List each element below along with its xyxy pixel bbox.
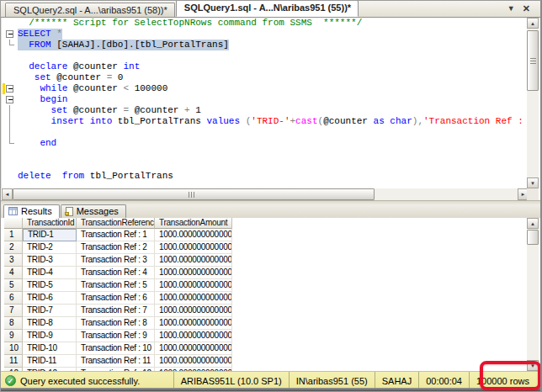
row-number[interactable]: 3 — [4, 254, 23, 267]
grid-cell[interactable]: Transaction Ref : 10 — [77, 342, 155, 355]
row-number[interactable]: 10 — [4, 342, 23, 355]
grid-cell[interactable]: TRID-9 — [23, 330, 77, 342]
scroll-up-icon[interactable]: ▲ — [527, 18, 539, 29]
code-line[interactable]: declare @counter int — [2, 61, 529, 72]
grid-cell[interactable]: Transaction Ref : 6 — [77, 292, 155, 305]
code-line[interactable]: FROM [SAHAJ].[dbo].[tbl_PortalTrans] — [2, 40, 529, 50]
row-number[interactable]: 8 — [4, 317, 23, 330]
table-row[interactable]: 10TRID-10Transaction Ref : 101000.000000… — [4, 342, 540, 355]
code-line[interactable] — [2, 160, 529, 171]
table-row[interactable]: 3TRID-3Transaction Ref : 31000.000000000… — [4, 254, 540, 267]
table-row[interactable]: 6TRID-6Transaction Ref : 61000.000000000… — [4, 292, 540, 305]
outline-margin[interactable] — [2, 29, 18, 40]
code-line[interactable] — [2, 50, 529, 61]
grid-vertical-scrollbar[interactable]: ▲ ▼ — [527, 218, 539, 371]
grid-cell[interactable]: 1000.0000000000000 — [155, 305, 232, 317]
code-line[interactable]: set @counter = @counter + 1 — [2, 105, 529, 116]
grid-cell[interactable]: Transaction Ref : 5 — [77, 279, 155, 292]
code-line[interactable]: /****** Script for SelectTopNRows comman… — [2, 18, 529, 29]
row-number[interactable]: 9 — [4, 330, 23, 342]
grid-cell[interactable]: TRID-2 — [23, 241, 77, 254]
outline-margin[interactable] — [2, 94, 18, 105]
code-line[interactable]: begin — [2, 94, 529, 105]
grid-cell[interactable]: 1000.0000000000000 — [155, 317, 232, 330]
grid-cell[interactable]: 1000.0000000000000 — [155, 267, 232, 279]
collapse-minus-icon[interactable] — [6, 30, 13, 38]
outline-margin[interactable] — [2, 83, 18, 94]
editor-horizontal-scrollbar[interactable]: ◄ ► — [2, 188, 529, 200]
row-number[interactable]: 4 — [4, 267, 23, 279]
row-number[interactable]: 2 — [4, 241, 23, 254]
grid-cell[interactable]: Transaction Ref : 9 — [77, 330, 155, 342]
document-tab[interactable]: SQLQuery1.sql - A...N\aribas951 (55))* — [176, 0, 359, 17]
table-row[interactable]: 5TRID-5Transaction Ref : 51000.000000000… — [4, 279, 540, 292]
grid-cell[interactable]: 1000.0000000000000 — [155, 342, 232, 355]
grid-scroll-thumb[interactable] — [527, 230, 539, 245]
grid-cell[interactable]: Transaction Ref : 11 — [77, 355, 155, 368]
code-line[interactable]: while @counter < 100000 — [2, 83, 529, 94]
column-header[interactable]: TransactionId — [23, 218, 77, 229]
results-grid[interactable]: TransactionIdTransactionReferenceTransac… — [1, 218, 540, 371]
grid-cell[interactable]: 1000.0000000000000 — [155, 330, 232, 342]
editor-vertical-scrollbar[interactable]: ▲ ▼ — [527, 18, 539, 188]
horizontal-scroll-thumb[interactable] — [13, 188, 375, 200]
row-number[interactable]: 11 — [4, 355, 23, 368]
grid-cell[interactable]: Transaction Ref : 2 — [77, 241, 155, 254]
scroll-track[interactable] — [527, 91, 539, 177]
grid-body[interactable]: 1TRID-1Transaction Ref : 11000.000000000… — [4, 229, 540, 371]
code-line[interactable]: SELECT * — [2, 29, 529, 40]
sql-editor[interactable]: /****** Script for SelectTopNRows comman… — [1, 18, 540, 200]
grid-cell[interactable]: 1000.0000000000000 — [155, 292, 232, 305]
tab-messages[interactable]: Messages — [61, 204, 126, 218]
scroll-left-icon[interactable]: ◄ — [2, 188, 13, 200]
table-row[interactable]: 8TRID-8Transaction Ref : 81000.000000000… — [4, 317, 540, 330]
tab-list-dropdown-icon[interactable]: ▼ — [507, 5, 515, 13]
table-row[interactable]: 4TRID-4Transaction Ref : 41000.000000000… — [4, 267, 540, 279]
code-line[interactable]: delete from tbl_PortalTrans — [2, 171, 529, 182]
code-area[interactable]: /****** Script for SelectTopNRows comman… — [1, 18, 529, 188]
grid-header-row[interactable]: TransactionIdTransactionReferenceTransac… — [4, 218, 540, 229]
scroll-track[interactable] — [527, 245, 539, 360]
table-row[interactable]: 11TRID-11Transaction Ref : 111000.000000… — [4, 355, 540, 368]
grid-cell[interactable]: TRID-1 — [23, 229, 77, 241]
grid-cell[interactable]: 1000.0000000000000 — [155, 279, 232, 292]
row-number[interactable]: 6 — [4, 292, 23, 305]
collapse-minus-icon[interactable] — [6, 85, 13, 93]
grid-cell[interactable]: TRID-7 — [23, 305, 77, 317]
grid-cell[interactable]: Transaction Ref : 7 — [77, 305, 155, 317]
column-header[interactable]: TransactionAmount — [155, 218, 232, 229]
row-number[interactable]: 1 — [4, 229, 23, 241]
grid-cell[interactable]: TRID-4 — [23, 267, 77, 279]
code-line[interactable] — [2, 149, 529, 160]
table-row[interactable]: 9TRID-9Transaction Ref : 91000.000000000… — [4, 330, 540, 342]
code-line[interactable]: set @counter = 0 — [2, 72, 529, 83]
grid-cell[interactable]: Transaction Ref : 4 — [77, 267, 155, 279]
row-number[interactable]: 7 — [4, 305, 23, 317]
table-row[interactable]: 1TRID-1Transaction Ref : 11000.000000000… — [4, 229, 540, 241]
row-header-corner[interactable] — [4, 218, 23, 229]
grid-cell[interactable]: 1000.0000000000000 — [155, 241, 232, 254]
scroll-down-icon[interactable]: ▼ — [527, 177, 539, 188]
code-line[interactable] — [2, 127, 529, 138]
table-row[interactable]: 7TRID-7Transaction Ref : 71000.000000000… — [4, 305, 540, 317]
tab-results[interactable]: Results — [3, 204, 60, 218]
close-icon[interactable]: ✕ — [523, 5, 530, 13]
collapse-minus-icon[interactable] — [6, 96, 13, 103]
scroll-track[interactable] — [375, 188, 518, 200]
scroll-up-icon[interactable]: ▲ — [527, 218, 539, 229]
grid-cell[interactable]: Transaction Ref : 1 — [77, 229, 155, 241]
column-header[interactable]: TransactionReference — [77, 218, 155, 229]
table-row[interactable]: 2TRID-2Transaction Ref : 21000.000000000… — [4, 241, 540, 254]
code-line[interactable]: insert into tbl_PortalTrans values ('TRI… — [2, 116, 529, 127]
grid-cell[interactable]: 1000.0000000000000 — [155, 229, 232, 241]
grid-cell[interactable]: TRID-5 — [23, 279, 77, 292]
document-tab[interactable]: SQLQuery2.sql - A...\aribas951 (58))* — [5, 3, 175, 17]
grid-cell[interactable]: TRID-11 — [23, 355, 77, 368]
grid-cell[interactable]: Transaction Ref : 3 — [77, 254, 155, 267]
grid-cell[interactable]: TRID-8 — [23, 317, 77, 330]
grid-cell[interactable]: 1000.0000000000000 — [155, 355, 232, 368]
grid-cell[interactable]: TRID-3 — [23, 254, 77, 267]
grid-cell[interactable]: 1000.0000000000000 — [155, 254, 232, 267]
vertical-scroll-thumb[interactable] — [527, 30, 539, 91]
grid-cell[interactable]: Transaction Ref : 8 — [77, 317, 155, 330]
